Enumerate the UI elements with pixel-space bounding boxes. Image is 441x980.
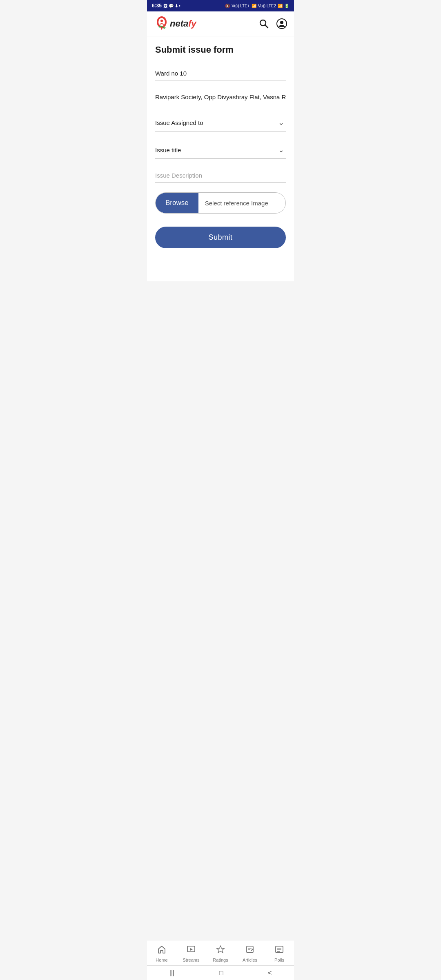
assigned-to-field: Issue Assigned to ⌄ bbox=[155, 114, 286, 131]
issue-title-dropdown[interactable]: Issue title ⌄ bbox=[155, 141, 286, 159]
app-header: netafy bbox=[147, 11, 294, 36]
status-icons: 🔇 Vo)) LTE+ 📶 Vo)) LTE2 📶 🔋 bbox=[225, 4, 289, 8]
file-upload-section: Browse Select reference Image bbox=[155, 192, 286, 214]
ward-field bbox=[155, 67, 286, 80]
profile-icon[interactable] bbox=[276, 18, 287, 29]
browse-container: Browse Select reference Image bbox=[155, 192, 286, 214]
svg-point-2 bbox=[160, 20, 163, 22]
chevron-down-icon: ⌄ bbox=[278, 118, 284, 127]
svg-marker-3 bbox=[160, 27, 163, 30]
svg-line-5 bbox=[265, 25, 268, 28]
header-icons bbox=[258, 18, 287, 29]
address-field bbox=[155, 90, 286, 104]
ward-input[interactable] bbox=[155, 67, 286, 80]
issue-title-field: Issue title ⌄ bbox=[155, 141, 286, 159]
address-input[interactable] bbox=[155, 90, 286, 104]
assigned-to-dropdown[interactable]: Issue Assigned to ⌄ bbox=[155, 114, 286, 131]
description-input[interactable] bbox=[155, 169, 286, 183]
logo-area: netafy bbox=[154, 16, 196, 32]
logo-text: netafy bbox=[170, 18, 196, 29]
status-time: 6:35 🖼 💬 ⬇ • bbox=[152, 3, 180, 9]
svg-point-7 bbox=[280, 21, 283, 24]
page-title: Submit issue form bbox=[155, 45, 286, 55]
issue-title-label: Issue title bbox=[155, 147, 181, 154]
search-icon[interactable] bbox=[258, 18, 270, 29]
main-content: Submit issue form Issue Assigned to ⌄ Is… bbox=[147, 36, 294, 281]
status-bar: 6:35 🖼 💬 ⬇ • 🔇 Vo)) LTE+ 📶 Vo)) LTE2 📶 🔋 bbox=[147, 0, 294, 11]
logo-icon bbox=[154, 16, 170, 32]
assigned-to-label: Issue Assigned to bbox=[155, 119, 203, 126]
chevron-down-icon: ⌄ bbox=[278, 145, 284, 154]
description-field bbox=[155, 169, 286, 183]
select-image-label: Select reference Image bbox=[198, 200, 285, 207]
browse-button[interactable]: Browse bbox=[156, 193, 198, 213]
submit-button[interactable]: Submit bbox=[155, 227, 286, 248]
